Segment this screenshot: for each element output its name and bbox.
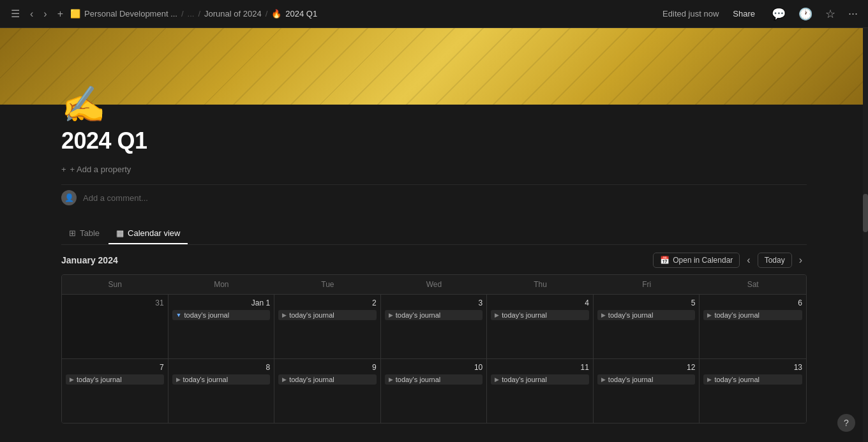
today-button[interactable]: Today	[758, 253, 792, 268]
calendar-grid: Sun Mon Tue Wed Thu Fri Sat 31 Jan 1	[61, 274, 807, 424]
journal-entry-jan1[interactable]: ▼ today's journal	[172, 310, 271, 320]
journal-entry-jan11[interactable]: ▶ today's journal	[491, 374, 589, 385]
history-button[interactable]: 🕐	[796, 4, 815, 24]
journal-entry-jan9[interactable]: ▶ today's journal	[278, 374, 377, 385]
breadcrumb-current[interactable]: 2024 Q1	[285, 9, 317, 18]
entry-arrow-right-icon-7: ▶	[70, 376, 74, 383]
edited-status: Edited just now	[662, 9, 719, 18]
comment-input[interactable]: Add a comment...	[83, 193, 148, 203]
avatar: 👤	[61, 190, 77, 205]
calendar-open-icon: 📅	[660, 256, 670, 265]
cal-day-6: 6 ▶ today's journal	[700, 295, 806, 358]
page-title[interactable]: 2024 Q1	[61, 128, 807, 154]
day-num-11: 11	[491, 363, 589, 372]
tab-calendar-label: Calendar view	[128, 228, 180, 238]
entry-arrow-right-icon-5: ▶	[601, 312, 606, 318]
day-num-jan1: Jan 1	[172, 298, 271, 307]
add-property-label[interactable]: + Add a property	[70, 165, 131, 174]
entry-arrow-right-icon-12: ▶	[601, 376, 606, 383]
open-in-calendar-button[interactable]: 📅 Open in Calendar	[653, 253, 740, 268]
add-property[interactable]: + + Add a property	[61, 162, 807, 177]
weekday-thu: Thu	[487, 275, 594, 294]
journal-entry-jan7[interactable]: ▶ today's journal	[66, 374, 164, 385]
journal-entry-jan13[interactable]: ▶ today's journal	[703, 374, 802, 385]
calendar-section: January 2024 📅 Open in Calendar ‹ Today …	[61, 245, 807, 424]
entry-arrow-right-icon-11: ▶	[495, 376, 499, 383]
open-in-calendar-label: Open in Calendar	[673, 256, 733, 265]
calendar-week-2: 7 ▶ today's journal 8 ▶ today's journal	[62, 359, 806, 423]
entry-label-jan9: today's journal	[289, 376, 334, 383]
cal-day-8: 8 ▶ today's journal	[168, 359, 275, 423]
cal-day-10: 10 ▶ today's journal	[381, 359, 488, 423]
breadcrumb-section-1[interactable]: Personal Development ...	[84, 9, 177, 18]
view-tabs: ⊞ Table ▦ Calendar view	[61, 223, 807, 245]
entry-arrow-right-icon-6: ▶	[707, 312, 712, 318]
cal-day-7: 7 ▶ today's journal	[62, 359, 168, 423]
day-num-12: 12	[597, 363, 696, 372]
breadcrumb-sep-2: /	[198, 9, 200, 18]
help-button[interactable]: ?	[837, 414, 855, 432]
add-page-button[interactable]: +	[54, 7, 66, 21]
journal-entry-jan5[interactable]: ▶ today's journal	[597, 310, 696, 320]
journal-entry-jan10[interactable]: ▶ today's journal	[385, 374, 483, 385]
entry-label-jan11: today's journal	[502, 376, 547, 383]
cal-day-12: 12 ▶ today's journal	[594, 359, 700, 423]
calendar-weekdays: Sun Mon Tue Wed Thu Fri Sat	[62, 275, 806, 295]
journal-entry-jan3[interactable]: ▶ today's journal	[385, 310, 483, 320]
breadcrumb-icon-1: 🟨	[70, 9, 80, 18]
scrollbar-track	[863, 28, 868, 442]
cal-day-5: 5 ▶ today's journal	[594, 295, 700, 358]
calendar-prev-button[interactable]: ‹	[742, 253, 754, 268]
calendar-controls: 📅 Open in Calendar ‹ Today ›	[653, 253, 807, 268]
weekday-fri: Fri	[594, 275, 700, 294]
day-num-31: 31	[66, 298, 164, 307]
tab-table[interactable]: ⊞ Table	[61, 223, 107, 244]
more-options-button[interactable]: ···	[846, 4, 860, 23]
favorite-button[interactable]: ☆	[823, 4, 838, 24]
page-icon: ✍️	[61, 87, 807, 122]
entry-arrow-right-icon-3: ▶	[389, 312, 393, 318]
comment-area: 👤 Add a comment...	[61, 184, 807, 210]
entry-arrow-right-icon-13: ▶	[707, 376, 712, 383]
day-num-5: 5	[597, 298, 696, 307]
back-button[interactable]: ‹	[27, 7, 36, 21]
journal-entry-jan6[interactable]: ▶ today's journal	[703, 310, 802, 320]
entry-arrow-right-icon-2: ▶	[282, 312, 287, 318]
day-num-8: 8	[172, 363, 271, 372]
cal-day-2: 2 ▶ today's journal	[274, 295, 381, 358]
breadcrumb-sep-3: /	[266, 9, 268, 18]
entry-arrow-right-icon-4: ▶	[495, 312, 499, 318]
entry-label-jan3: today's journal	[396, 311, 441, 319]
day-num-4: 4	[491, 298, 589, 307]
weekday-wed: Wed	[381, 275, 488, 294]
calendar-next-button[interactable]: ›	[795, 253, 807, 268]
day-num-9: 9	[278, 363, 377, 372]
entry-arrow-right-icon-8: ▶	[176, 376, 181, 383]
comment-button[interactable]: 💬	[769, 4, 788, 24]
entry-arrow-down-icon: ▼	[176, 312, 182, 318]
day-num-2: 2	[278, 298, 377, 307]
table-icon: ⊞	[69, 228, 76, 238]
tab-calendar[interactable]: ▦ Calendar view	[108, 223, 188, 244]
calendar-icon: ▦	[116, 228, 124, 238]
entry-label-jan12: today's journal	[608, 376, 654, 383]
add-property-icon: +	[61, 165, 66, 174]
weekday-sat: Sat	[700, 275, 806, 294]
calendar-month: January 2024	[61, 255, 118, 265]
cal-day-3: 3 ▶ today's journal	[381, 295, 488, 358]
weekday-mon: Mon	[168, 275, 275, 294]
journal-entry-jan2[interactable]: ▶ today's journal	[278, 310, 377, 320]
menu-button[interactable]: ☰	[8, 6, 23, 21]
cal-day-4: 4 ▶ today's journal	[487, 295, 594, 358]
day-num-10: 10	[385, 363, 483, 372]
journal-entry-jan8[interactable]: ▶ today's journal	[172, 374, 271, 385]
entry-arrow-right-icon-10: ▶	[389, 376, 393, 383]
journal-entry-jan4[interactable]: ▶ today's journal	[491, 310, 589, 320]
weekday-tue: Tue	[274, 275, 381, 294]
share-button[interactable]: Share	[726, 6, 761, 21]
journal-entry-jan12[interactable]: ▶ today's journal	[597, 374, 696, 385]
forward-button[interactable]: ›	[40, 7, 50, 21]
breadcrumb-journal[interactable]: Jorunal of 2024	[204, 9, 262, 18]
scrollbar-thumb[interactable]	[863, 194, 868, 232]
day-num-13: 13	[703, 363, 802, 372]
